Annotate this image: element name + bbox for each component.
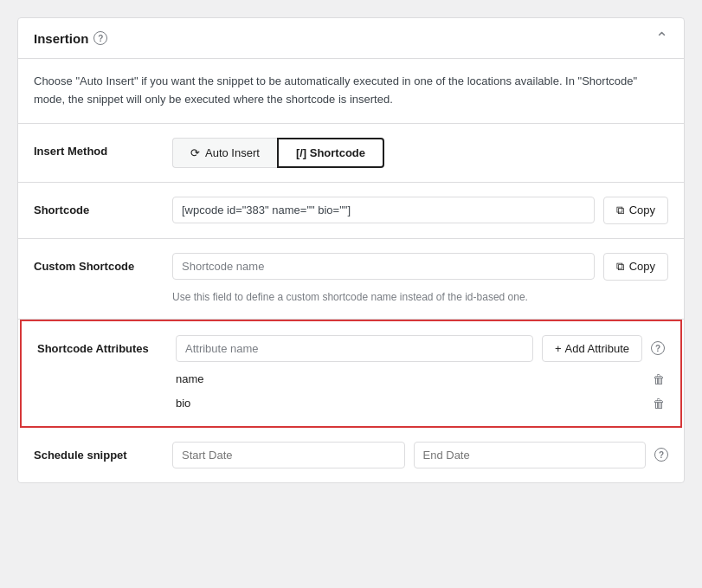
shortcode-attributes-label: Shortcode Attributes [37, 335, 158, 355]
collapse-icon[interactable]: ⌃ [655, 30, 668, 46]
attribute-item-bio: bio 🗑 [176, 395, 665, 412]
shortcode-label: Shortcode [34, 197, 155, 216]
copy-icon: ⧉ [616, 204, 624, 217]
shortcode-button[interactable]: [/] Shortcode [277, 138, 384, 168]
schedule-section: Schedule snippet ? [18, 428, 684, 482]
delete-attr-name-icon[interactable]: 🗑 [653, 372, 665, 386]
add-attribute-button[interactable]: + Add Attribute [542, 335, 642, 362]
shortcode-copy-button[interactable]: ⧉ Copy [603, 197, 668, 224]
delete-attr-bio-icon[interactable]: 🗑 [653, 397, 665, 410]
panel-help-icon[interactable]: ? [93, 31, 107, 45]
custom-shortcode-hint: Use this field to define a custom shortc… [172, 289, 668, 305]
schedule-label: Schedule snippet [34, 442, 155, 462]
custom-shortcode-section: Custom Shortcode ⧉ Copy Use this field t… [18, 239, 684, 320]
insert-method-buttons: ⟳ Auto Insert [/] Shortcode [172, 138, 384, 168]
end-date-input[interactable] [414, 442, 647, 468]
schedule-help-icon[interactable]: ? [654, 448, 668, 462]
schedule-control: ? [172, 442, 668, 468]
attr-input-row: + Add Attribute ? [176, 335, 665, 362]
panel-title: Insertion ? [34, 31, 107, 46]
attr-bio-text: bio [176, 397, 190, 410]
panel-description: Choose "Auto Insert" if you want the sni… [18, 59, 684, 124]
shortcode-input[interactable] [172, 197, 595, 223]
shortcode-control: ⧉ Copy [172, 197, 668, 224]
shortcode-section: Shortcode ⧉ Copy [18, 183, 684, 239]
date-inputs: ? [172, 442, 668, 468]
insert-method-control: ⟳ Auto Insert [/] Shortcode [172, 138, 668, 168]
custom-shortcode-control: ⧉ Copy Use this field to define a custom… [172, 253, 668, 305]
custom-shortcode-label: Custom Shortcode [34, 253, 155, 273]
refresh-icon: ⟳ [190, 146, 200, 159]
attribute-list: name 🗑 bio 🗑 [176, 371, 665, 412]
insert-method-label: Insert Method [34, 138, 155, 158]
start-date-input[interactable] [172, 442, 405, 468]
attributes-control: + Add Attribute ? name 🗑 bio 🗑 [176, 335, 665, 412]
custom-shortcode-input[interactable] [172, 253, 595, 280]
panel-title-text: Insertion [34, 31, 88, 46]
custom-shortcode-copy-button[interactable]: ⧉ Copy [603, 253, 668, 281]
attribute-item-name: name 🗑 [176, 371, 665, 388]
plus-icon: + [555, 342, 562, 355]
attribute-name-input[interactable] [176, 335, 533, 362]
auto-insert-button[interactable]: ⟳ Auto Insert [172, 138, 277, 168]
insert-method-section: Insert Method ⟳ Auto Insert [/] Shortcod… [18, 124, 684, 183]
custom-shortcode-col: ⧉ Copy Use this field to define a custom… [172, 253, 668, 305]
copy-icon-2: ⧉ [616, 260, 624, 274]
attr-name-text: name [176, 372, 204, 385]
shortcode-attributes-section: Shortcode Attributes + Add Attribute ? n… [20, 320, 682, 428]
insertion-panel: Insertion ? ⌃ Choose "Auto Insert" if yo… [17, 17, 685, 483]
panel-header: Insertion ? ⌃ [18, 18, 684, 59]
custom-shortcode-row: ⧉ Copy [172, 253, 668, 281]
attributes-help-icon[interactable]: ? [651, 341, 665, 355]
